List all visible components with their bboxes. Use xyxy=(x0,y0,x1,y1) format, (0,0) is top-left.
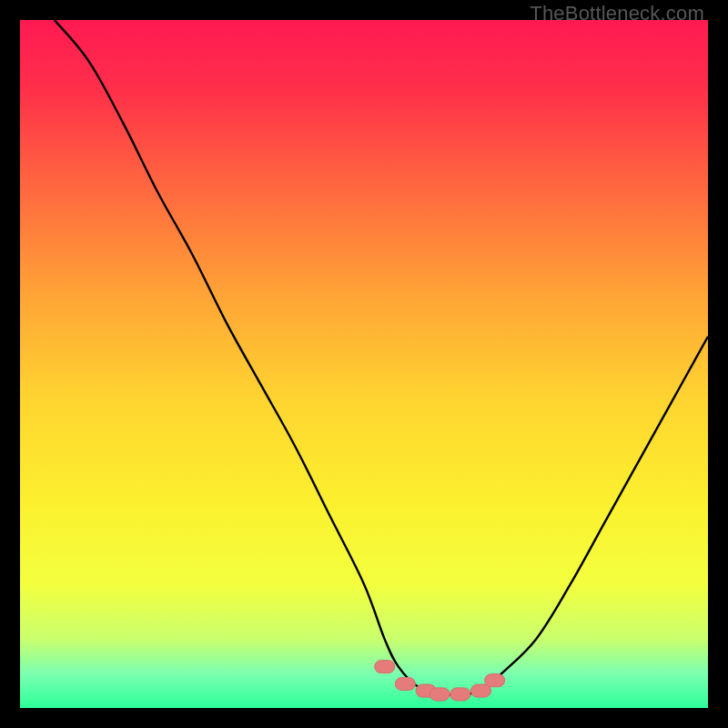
bottleneck-chart xyxy=(20,20,708,708)
ideal-zone-marker xyxy=(450,688,470,701)
ideal-zone-marker xyxy=(395,678,415,691)
watermark-text: TheBottleneck.com xyxy=(530,2,704,25)
chart-frame xyxy=(20,20,708,708)
ideal-zone-marker xyxy=(485,674,505,687)
ideal-zone-marker xyxy=(375,661,395,673)
ideal-zone-marker xyxy=(430,688,450,701)
